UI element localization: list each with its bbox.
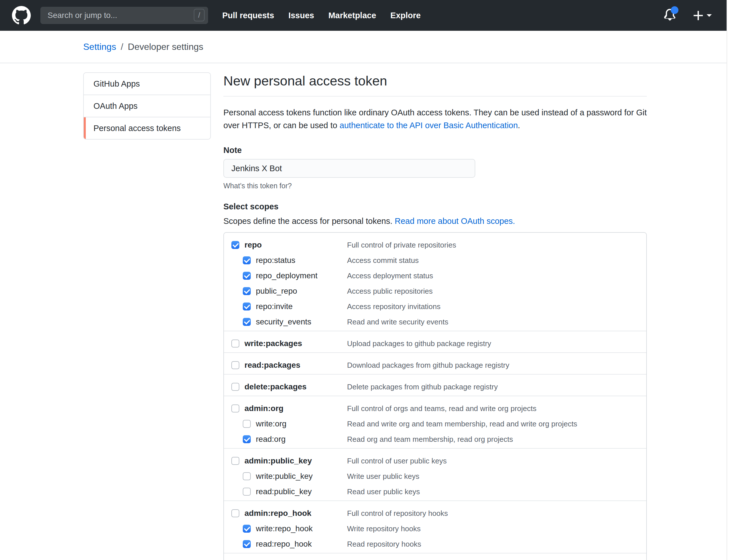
scrollbar-track[interactable]	[727, 0, 730, 560]
scope-description: Full control of user public keys	[347, 457, 447, 465]
create-new-button[interactable]	[693, 10, 712, 21]
scope-checkbox-security_events[interactable]	[243, 318, 251, 326]
scope-label: delete:packages	[244, 382, 306, 391]
scope-group-read-packages: read:packagesDownload packages from gith…	[224, 352, 646, 374]
note-input[interactable]	[223, 159, 475, 178]
notifications-button[interactable]	[663, 9, 676, 22]
nav-item-explore[interactable]: Explore	[391, 11, 421, 20]
scope-checkbox-write-org[interactable]	[243, 420, 251, 428]
scope-checkbox-read-org[interactable]	[243, 435, 251, 443]
scope-label: write:packages	[244, 339, 302, 348]
scope-description: Upload packages to github package regist…	[347, 339, 491, 348]
scope-label: repo:status	[256, 256, 295, 265]
scope-label-box: security_events	[256, 317, 347, 326]
scope-description: Write user public keys	[347, 472, 420, 481]
scope-checkbox-repo-invite[interactable]	[243, 303, 251, 310]
scope-row-repo: repoFull control of private repositories	[231, 240, 639, 250]
scope-checkbox-repo-status[interactable]	[243, 256, 251, 264]
breadcrumb-current: Developer settings	[128, 42, 203, 52]
scope-label: read:repo_hook	[256, 539, 312, 548]
scope-row-admin-public_key: admin:public_keyFull control of user pub…	[231, 456, 639, 466]
scope-label-box: repo	[244, 240, 347, 250]
oauth-scopes-link[interactable]: Read more about OAuth scopes.	[395, 216, 515, 226]
scopes-intro-text: Scopes define the access for personal to…	[223, 216, 395, 226]
top-nav: / Pull requestsIssuesMarketplaceExplore	[0, 0, 730, 31]
scope-row-repo_deployment: repo_deploymentAccess deployment status	[243, 271, 639, 281]
breadcrumb-bar: Settings / Developer settings	[0, 31, 730, 63]
scope-row-read-org: read:orgRead org and team membership, re…	[243, 434, 639, 444]
scope-label-box: read:repo_hook	[256, 539, 347, 549]
github-logo-icon[interactable]	[12, 6, 31, 25]
note-help-text: What’s this token for?	[223, 182, 647, 190]
scope-checkbox-write-packages[interactable]	[231, 340, 239, 348]
nav-item-issues[interactable]: Issues	[288, 11, 314, 20]
scope-label-box: write:packages	[244, 339, 347, 348]
scope-group-write-packages: write:packagesUpload packages to github …	[224, 331, 646, 352]
breadcrumb: Settings / Developer settings	[83, 42, 647, 52]
breadcrumb-separator: /	[121, 42, 123, 52]
scope-description: Read user public keys	[347, 487, 420, 496]
scope-description: Read and write org and team membership, …	[347, 420, 577, 428]
scope-group-admin-public_key: admin:public_keyFull control of user pub…	[224, 448, 646, 500]
scope-label: write:repo_hook	[256, 524, 312, 533]
scope-checkbox-read-packages[interactable]	[231, 361, 239, 369]
caret-down-icon	[707, 14, 712, 17]
scope-checkbox-repo[interactable]	[231, 241, 239, 249]
scope-checkbox-public_repo[interactable]	[243, 287, 251, 295]
scope-checkbox-read-public_key[interactable]	[243, 488, 251, 496]
scope-label: read:org	[256, 435, 285, 443]
scope-label: security_events	[256, 317, 311, 326]
scope-description: Delete packages from github package regi…	[347, 383, 498, 391]
scope-row-repo-invite: repo:inviteAccess repository invitations	[243, 302, 639, 311]
nav-item-pull-requests[interactable]: Pull requests	[222, 11, 274, 20]
scope-checkbox-repo_deployment[interactable]	[243, 272, 251, 280]
slash-key-hint: /	[194, 9, 204, 21]
plus-icon	[693, 10, 704, 21]
scope-group-admin-org_hook: admin:org_hookFull control of organizati…	[224, 553, 646, 560]
scope-checkbox-read-repo_hook[interactable]	[243, 540, 251, 548]
menu-item-oauth-apps[interactable]: OAuth Apps	[84, 95, 210, 117]
scope-row-delete-packages: delete:packagesDelete packages from gith…	[231, 382, 639, 392]
scope-label: admin:public_key	[244, 456, 312, 465]
scope-label: read:packages	[244, 361, 300, 369]
scope-checkbox-write-public_key[interactable]	[243, 472, 251, 480]
scope-row-repo-status: repo:statusAccess commit status	[243, 256, 639, 265]
select-scopes-heading: Select scopes	[223, 202, 647, 211]
scope-checkbox-admin-org[interactable]	[231, 404, 239, 412]
scope-group-admin-repo_hook: admin:repo_hookFull control of repositor…	[224, 500, 646, 553]
notification-dot	[671, 6, 678, 14]
scope-row-read-repo_hook: read:repo_hookRead repository hooks	[243, 539, 639, 549]
scope-row-write-public_key: write:public_keyWrite user public keys	[243, 471, 639, 481]
scope-label-box: repo:status	[256, 256, 347, 265]
scope-group-admin-org: admin:orgFull control of orgs and teams,…	[224, 396, 646, 448]
scopes-intro: Scopes define the access for personal to…	[223, 216, 647, 226]
scope-label: repo	[244, 240, 262, 249]
search-input[interactable]	[40, 7, 208, 24]
scope-group-repo: repoFull control of private repositories…	[224, 233, 646, 331]
scope-row-read-packages: read:packagesDownload packages from gith…	[231, 360, 639, 370]
scope-label: read:public_key	[256, 487, 312, 496]
scope-description: Download packages from github package re…	[347, 361, 509, 370]
nav-item-marketplace[interactable]: Marketplace	[328, 11, 376, 20]
scope-checkbox-delete-packages[interactable]	[231, 383, 239, 391]
basic-auth-link[interactable]: authenticate to the API over Basic Authe…	[339, 121, 518, 130]
scope-group-delete-packages: delete:packagesDelete packages from gith…	[224, 374, 646, 396]
menu-item-label: GitHub Apps	[93, 79, 140, 89]
menu-item-github-apps[interactable]: GitHub Apps	[84, 73, 210, 95]
menu-item-personal-access-tokens[interactable]: Personal access tokens	[84, 117, 210, 139]
scope-row-admin-org: admin:orgFull control of orgs and teams,…	[231, 404, 639, 413]
scope-label-box: read:packages	[244, 361, 347, 370]
scope-label-box: read:org	[256, 435, 347, 444]
scope-label-box: admin:repo_hook	[244, 509, 347, 518]
scope-description: Read and write security events	[347, 318, 449, 326]
scope-checkbox-write-repo_hook[interactable]	[243, 525, 251, 533]
scope-row-write-org: write:orgRead and write org and team mem…	[243, 419, 639, 429]
scope-checkbox-admin-repo_hook[interactable]	[231, 509, 239, 517]
breadcrumb-settings-link[interactable]: Settings	[83, 42, 116, 52]
scope-checkbox-admin-public_key[interactable]	[231, 457, 239, 465]
scope-label: admin:repo_hook	[244, 509, 311, 518]
scope-label-box: delete:packages	[244, 382, 347, 391]
scope-description: Access commit status	[347, 256, 419, 265]
scope-label-box: write:repo_hook	[256, 524, 347, 533]
scope-description: Full control of private repositories	[347, 241, 456, 250]
